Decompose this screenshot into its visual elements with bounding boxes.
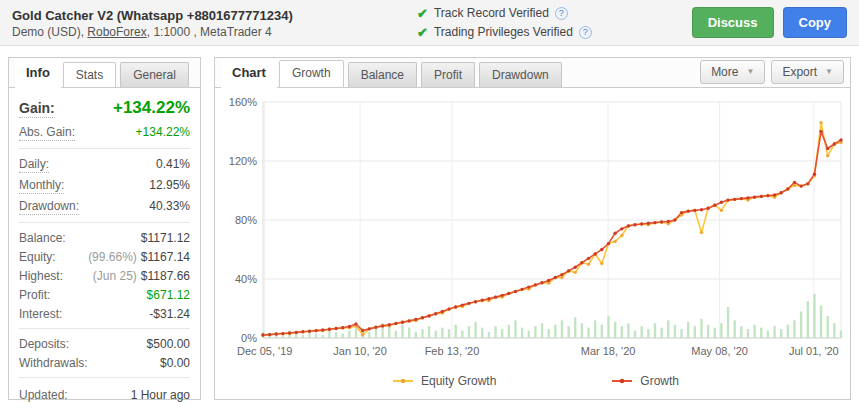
stat-label: Updated: [19,388,68,402]
subtitle-suffix: , 1:1000 , MetaTrader 4 [147,25,272,39]
svg-text:Jul 01, '20: Jul 01, '20 [789,345,839,357]
account-header: Gold Catcher V2 (Whatsapp +8801677771234… [0,0,859,46]
stat-value: +134.22% [136,125,190,139]
header-actions: Discuss Copy [692,7,847,38]
stat-row-abs-gain: Abs. Gain:+134.22% [19,122,190,143]
stat-value: (Jun 25)$1187.66 [93,269,190,283]
chart-tab-growth[interactable]: Growth [279,60,344,88]
stat-label: Deposits: [19,337,69,351]
svg-text:Feb 13, '20: Feb 13, '20 [425,345,480,357]
stat-group: Updated:1 Hour agoTracking5 [19,378,190,408]
stat-row-updated: Updated:1 Hour ago [19,383,190,407]
legend-label: Growth [640,374,679,388]
chevron-down-icon: ▼ [746,67,754,76]
stat-row-highest: Highest:(Jun 25)$1187.66 [19,266,190,285]
stat-label: Monthly: [19,178,64,194]
stat-group: Deposits:$500.00Withdrawals:$0.00 [19,329,190,378]
stat-row-deposits: Deposits:$500.00 [19,334,190,353]
stat-value: $500.00 [147,337,190,351]
stat-group: Daily:0.41%Monthly:12.95%Drawdown:40.33% [19,149,190,223]
chart-legend: Equity Growth Growth [223,366,848,394]
chart-tab-profit[interactable]: Profit [421,62,475,87]
chart-tabs: ChartGrowthBalanceProfitDrawdown More▼ E… [215,58,850,88]
svg-text:Jan 10, '20: Jan 10, '20 [333,345,386,357]
stat-label: Withdrawals: [19,356,88,370]
svg-text:40%: 40% [235,273,257,285]
chart-tab-drawdown[interactable]: Drawdown [479,62,562,87]
badge-label: Track Record Verified [434,6,549,20]
stat-label: Drawdown: [19,199,79,215]
stat-group: Gain:+134.22%Abs. Gain:+134.22% [19,90,190,149]
subtitle-prefix: Demo (USD), [12,25,87,39]
stat-label: Profit: [19,288,50,302]
growth-chart[interactable]: 0%40%80%120%160%Dec 05, '19Jan 10, '20Fe… [223,94,848,362]
discuss-button[interactable]: Discuss [692,7,774,38]
account-identity: Gold Catcher V2 (Whatsapp +8801677771234… [12,6,417,40]
help-icon[interactable]: ? [555,7,568,20]
equity-growth-dots [261,121,842,337]
svg-text:0%: 0% [241,332,257,344]
chart-tab-chart[interactable]: Chart [221,59,277,88]
more-label: More [711,65,738,79]
legend-label: Equity Growth [421,374,496,388]
legend-item-equity-growth[interactable]: Equity Growth [392,374,496,388]
chart-body: 0%40%80%120%160%Dec 05, '19Jan 10, '20Fe… [215,88,850,394]
chart-toolbar: More▼ Export▼ [700,60,844,86]
svg-text:Dec 05, '19: Dec 05, '19 [237,345,292,357]
stat-row-daily: Daily:0.41% [19,154,190,175]
stat-label: Balance: [19,231,66,245]
trade-activity-bars [262,294,842,338]
stat-value: $1171.12 [141,231,190,245]
stat-row-gain: Gain:+134.22% [19,95,190,122]
stat-row-equity: Equity:(99.66%)$1167.14 [19,247,190,266]
info-panel: InfoStatsGeneral Gain:+134.22%Abs. Gain:… [8,57,201,400]
broker-link[interactable]: RoboForex [87,25,146,39]
stat-row-balance: Balance:$1171.12 [19,228,190,247]
equity-growth-marker-icon [392,377,414,385]
stat-label: Highest: [19,269,63,283]
track-record-badge: ✔ Track Record Verified ? [417,6,592,21]
stat-value: $0.00 [160,356,190,370]
stat-value: 0.41% [156,157,190,171]
sidebar-tabs: InfoStatsGeneral [9,58,200,88]
stat-label: Abs. Gain: [19,125,75,141]
svg-text:160%: 160% [229,96,257,108]
chevron-down-icon: ▼ [825,67,833,76]
sidebar-tab-info[interactable]: Info [15,59,61,88]
stat-value: 40.33% [149,199,190,213]
stat-value-note: (Jun 25) [93,269,137,283]
sidebar-tab-stats[interactable]: Stats [63,62,116,87]
info-rows: Gain:+134.22%Abs. Gain:+134.22%Daily:0.4… [9,88,200,408]
main-area: InfoStatsGeneral Gain:+134.22%Abs. Gain:… [8,57,851,400]
stat-row-withdrawals: Withdrawals:$0.00 [19,353,190,372]
check-icon: ✔ [417,6,428,21]
svg-text:80%: 80% [235,214,257,226]
account-subtitle: Demo (USD), RoboForex, 1:1000 , MetaTrad… [12,25,417,39]
stat-row-drawdown: Drawdown:40.33% [19,196,190,217]
export-button[interactable]: Export▼ [771,60,844,84]
stat-row-profit: Profit:$671.12 [19,285,190,304]
check-icon: ✔ [417,25,428,40]
stat-label: Interest: [19,307,62,321]
copy-button[interactable]: Copy [783,7,848,38]
svg-text:Mar 18, '20: Mar 18, '20 [581,345,636,357]
stat-row-monthly: Monthly:12.95% [19,175,190,196]
stat-value: 1 Hour ago [131,388,190,402]
svg-text:May 08, '20: May 08, '20 [691,345,748,357]
sidebar-tab-general[interactable]: General [120,62,189,87]
stat-value: 12.95% [149,178,190,192]
stat-label: Gain: [19,100,55,118]
stat-group: Balance:$1171.12Equity:(99.66%)$1167.14H… [19,223,190,329]
stat-value-note: (99.66%) [88,250,137,264]
badge-label: Trading Privileges Verified [434,25,573,39]
stat-label: Daily: [19,157,49,173]
more-button[interactable]: More▼ [700,60,765,84]
stat-value: +134.22% [113,98,190,118]
chart-tab-balance[interactable]: Balance [348,62,417,87]
growth-line [263,132,841,336]
help-icon[interactable]: ? [579,26,592,39]
stat-row-interest: Interest:-$31.24 [19,304,190,323]
page-title: Gold Catcher V2 (Whatsapp +8801677771234… [12,6,417,26]
legend-item-growth[interactable]: Growth [611,374,679,388]
growth-marker-icon [611,377,633,385]
